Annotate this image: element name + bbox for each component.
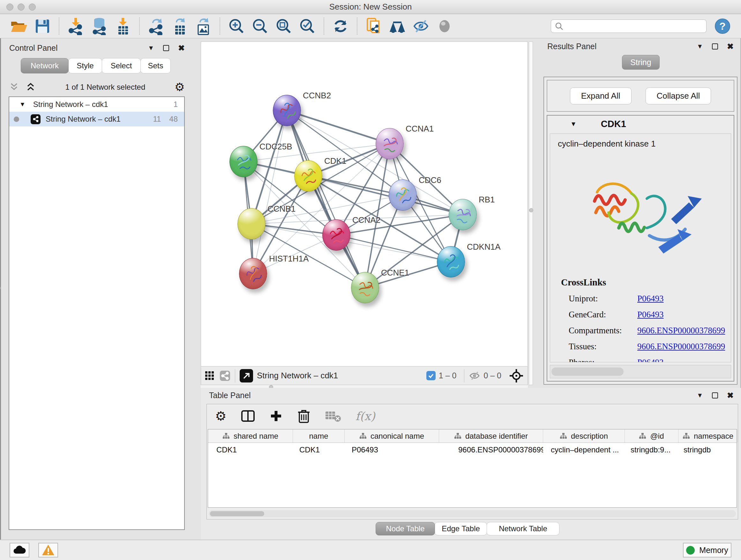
open-in-window-button[interactable] xyxy=(240,369,253,382)
crosslink-link[interactable]: 9606.ENSP00000378699 xyxy=(637,341,725,352)
network-node-cdc6[interactable] xyxy=(389,179,417,211)
zoom-in-button[interactable] xyxy=(227,17,246,36)
tab-sets[interactable]: Sets xyxy=(140,58,171,73)
network-edge[interactable] xyxy=(336,235,451,262)
splitter-handle-icon[interactable] xyxy=(0,286,1,290)
gear-icon[interactable]: ⚙ xyxy=(175,81,185,93)
network-collection-row[interactable]: ▼ String Network – cdk1 1 xyxy=(9,97,184,112)
column-header-name[interactable]: name xyxy=(293,429,345,442)
column-header-description[interactable]: description xyxy=(543,429,625,442)
tab-edge-table[interactable]: Edge Table xyxy=(434,522,487,536)
network-node-hist1h1a[interactable] xyxy=(239,258,267,289)
disclosure-triangle-icon[interactable]: ▼ xyxy=(570,120,577,128)
network-row-selected[interactable]: String Network – cdk1 11 48 xyxy=(9,112,184,126)
crosslink-link[interactable]: P06493 xyxy=(637,358,664,362)
crosslink-link[interactable]: P06493 xyxy=(637,310,664,320)
zoom-out-button[interactable] xyxy=(251,17,269,36)
delete-column-trash-icon[interactable] xyxy=(297,408,311,424)
minimize-window-button[interactable] xyxy=(17,3,24,10)
network-node-cdk1[interactable] xyxy=(294,160,322,192)
network-share-gray-icon[interactable] xyxy=(219,370,230,381)
panel-menu-icon[interactable]: ▼ xyxy=(697,392,703,399)
float-panel-icon[interactable] xyxy=(712,44,718,50)
crosslink-link[interactable]: 9606.ENSP00000378699 xyxy=(637,326,725,335)
export-image-button[interactable] xyxy=(194,17,212,36)
open-session-button[interactable] xyxy=(10,17,28,36)
network-node-ccnb2[interactable] xyxy=(273,95,301,126)
tab-select[interactable]: Select xyxy=(102,58,141,73)
tab-network-table[interactable]: Network Table xyxy=(487,522,559,536)
expand-all-icon[interactable] xyxy=(25,82,36,92)
table-cell[interactable]: P06493 xyxy=(345,443,439,457)
gear-icon[interactable]: ⚙ xyxy=(215,410,226,422)
add-column-icon[interactable] xyxy=(269,409,283,423)
network-node-ccne1[interactable] xyxy=(351,272,379,303)
import-table-from-file-button[interactable] xyxy=(114,17,132,36)
network-node-ccna1[interactable] xyxy=(376,128,404,159)
tab-node-table[interactable]: Node Table xyxy=(376,522,435,536)
expand-all-button[interactable]: Expand All xyxy=(570,87,631,105)
table-cell[interactable]: stringdb:9... xyxy=(625,443,678,457)
column-header-namespace[interactable]: namespace xyxy=(678,429,738,442)
table-cell[interactable]: stringdb xyxy=(678,443,738,457)
search-input[interactable] xyxy=(566,22,702,30)
refresh-button[interactable] xyxy=(331,17,350,36)
tab-network[interactable]: Network xyxy=(21,58,69,73)
first-neighbors-button[interactable] xyxy=(388,17,407,36)
column-header-canonical-name[interactable]: canonical name xyxy=(345,429,439,442)
network-node-cdc25b[interactable] xyxy=(229,146,258,177)
table-cell[interactable]: CDK1 xyxy=(293,443,345,457)
panel-menu-icon[interactable]: ▼ xyxy=(148,44,154,52)
column-header-shared-name[interactable]: shared name xyxy=(208,429,293,442)
table-cell[interactable]: 9606.ENSP00000378699 xyxy=(439,443,543,457)
network-node-rb1[interactable] xyxy=(449,199,477,230)
toolbar-search[interactable] xyxy=(551,19,706,33)
clone-network-button[interactable] xyxy=(364,17,383,36)
close-window-button[interactable] xyxy=(6,3,13,10)
column-header--id[interactable]: @id xyxy=(625,429,678,442)
close-panel-icon[interactable]: ✖ xyxy=(727,391,734,400)
tab-style[interactable]: Style xyxy=(68,58,102,73)
cloud-status-button[interactable] xyxy=(10,543,29,557)
splitter-handle-icon[interactable] xyxy=(529,208,533,212)
export-network-button[interactable] xyxy=(147,17,165,36)
help-button[interactable]: ? xyxy=(715,18,730,34)
disclosure-triangle-icon[interactable]: ▼ xyxy=(19,101,25,108)
network-node-ccnb1[interactable] xyxy=(238,208,266,240)
hide-selection-button[interactable] xyxy=(412,17,430,36)
export-table-button[interactable] xyxy=(171,17,189,36)
float-panel-icon[interactable] xyxy=(712,392,718,398)
selected-items-checkbox[interactable] xyxy=(426,371,435,380)
import-network-from-file-button[interactable] xyxy=(66,17,85,36)
network-node-cdkn1a[interactable] xyxy=(437,246,465,277)
crosslink-link[interactable]: P06493 xyxy=(637,294,664,304)
table-row[interactable]: CDK1CDK1P064939606.ENSP00000378699cyclin… xyxy=(208,443,737,457)
network-canvas[interactable]: CCNB2CCNA1CDC25BCDK1CDC6RB1CCNB1CCNA2CDK… xyxy=(201,42,528,367)
show-all-button[interactable] xyxy=(435,17,454,36)
panel-menu-icon[interactable]: ▼ xyxy=(697,43,703,50)
network-node-ccna2[interactable] xyxy=(322,219,350,251)
table-hscrollbar[interactable] xyxy=(209,510,736,517)
float-panel-icon[interactable] xyxy=(163,45,169,51)
table-cell[interactable]: CDK1 xyxy=(208,443,293,457)
collapse-all-button[interactable]: Collapse All xyxy=(646,87,711,105)
warnings-button[interactable] xyxy=(38,543,58,557)
close-panel-icon[interactable]: ✖ xyxy=(727,42,734,51)
grid-view-icon[interactable] xyxy=(205,371,214,381)
maximize-window-button[interactable] xyxy=(29,3,36,10)
show-columns-icon[interactable] xyxy=(241,409,255,423)
tab-string[interactable]: String xyxy=(622,55,660,70)
table-hscrollbar-thumb[interactable] xyxy=(210,511,264,516)
memory-button[interactable]: Memory xyxy=(683,543,731,557)
collapse-all-icon[interactable] xyxy=(9,82,19,92)
close-panel-icon[interactable]: ✖ xyxy=(178,44,185,53)
panel-splitter-right[interactable] xyxy=(529,42,533,385)
zoom-fit-button[interactable] xyxy=(274,17,293,36)
table-cell[interactable]: cyclin–dependent ... xyxy=(543,443,625,457)
column-header-database-identifier[interactable]: database identifier xyxy=(439,429,543,442)
results-scrollbar[interactable] xyxy=(550,365,731,378)
import-network-from-database-button[interactable] xyxy=(90,17,109,36)
birds-eye-view-icon[interactable] xyxy=(509,368,524,383)
results-scrollbar-thumb[interactable] xyxy=(551,368,623,376)
zoom-selected-button[interactable] xyxy=(298,17,317,36)
